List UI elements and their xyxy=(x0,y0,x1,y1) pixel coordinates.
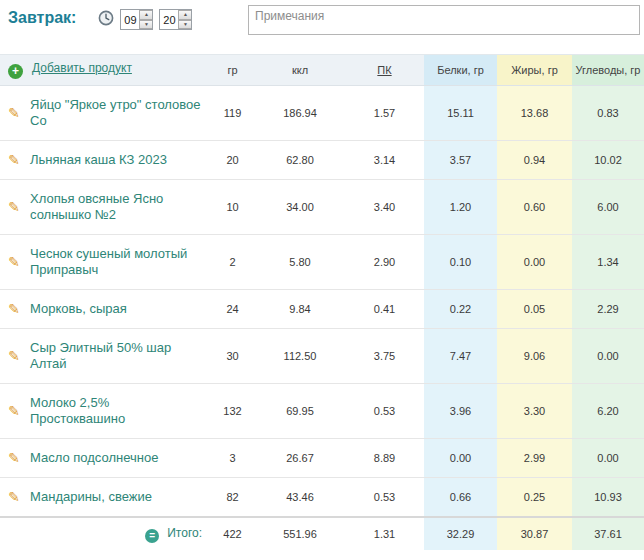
column-header-carbs: Углеводы, гр xyxy=(572,55,644,86)
product-name-link[interactable]: Хлопья овсяные Ясно солнышко №2 xyxy=(30,191,163,222)
products-table: + Добавить продукт гр ккл ПК Белки, гр Ж… xyxy=(0,54,644,550)
protein-cell: 0.00 xyxy=(424,439,497,478)
minute-up-button[interactable]: ▲ xyxy=(178,10,191,20)
product-row: ✎Яйцо "Яркое утро" столовое Со119186.941… xyxy=(0,86,644,141)
hour-spinner: ▲ ▼ xyxy=(120,9,153,30)
kcal-cell: 62.80 xyxy=(255,141,345,180)
product-name-link[interactable]: Масло подсолнечное xyxy=(30,450,158,465)
carbs-cell: 1.34 xyxy=(572,235,644,290)
carbs-cell: 6.20 xyxy=(572,384,644,439)
grams-cell: 2 xyxy=(210,235,255,290)
fat-cell: 0.05 xyxy=(497,290,572,329)
product-name-link[interactable]: Яйцо "Яркое утро" столовое Со xyxy=(30,97,201,128)
column-header-protein: Белки, гр xyxy=(424,55,497,86)
total-kcal: 551.96 xyxy=(255,517,345,550)
edit-product-icon[interactable]: ✎ xyxy=(8,348,20,364)
edit-product-icon[interactable]: ✎ xyxy=(8,403,20,419)
grams-cell: 119 xyxy=(210,86,255,141)
minute-down-button[interactable]: ▼ xyxy=(178,20,191,30)
carbs-cell: 6.00 xyxy=(572,180,644,235)
edit-product-icon[interactable]: ✎ xyxy=(8,152,20,168)
hour-input[interactable] xyxy=(121,10,139,29)
protein-cell: 7.47 xyxy=(424,329,497,384)
product-row: ✎Льняная каша КЗ 20232062.803.143.570.94… xyxy=(0,141,644,180)
carbs-cell: 0.83 xyxy=(572,86,644,141)
fat-cell: 0.25 xyxy=(497,478,572,518)
pk-cell: 0.53 xyxy=(345,384,424,439)
hour-spinner-buttons: ▲ ▼ xyxy=(139,10,152,29)
minute-input[interactable] xyxy=(160,10,178,29)
column-header-grams: гр xyxy=(210,55,255,86)
meal-title: Завтрак: xyxy=(8,9,76,27)
product-name-link[interactable]: Молоко 2,5% Простоквашино xyxy=(30,395,125,426)
grams-cell: 20 xyxy=(210,141,255,180)
fat-cell: 9.06 xyxy=(497,329,572,384)
pk-cell: 3.14 xyxy=(345,141,424,180)
clock-icon xyxy=(98,10,114,26)
hour-down-button[interactable]: ▼ xyxy=(139,20,152,30)
protein-cell: 1.20 xyxy=(424,180,497,235)
add-product-link[interactable]: Добавить продукт xyxy=(32,61,132,75)
kcal-cell: 34.00 xyxy=(255,180,345,235)
carbs-cell: 10.02 xyxy=(572,141,644,180)
fat-cell: 0.94 xyxy=(497,141,572,180)
kcal-cell: 9.84 xyxy=(255,290,345,329)
grams-cell: 24 xyxy=(210,290,255,329)
product-name-link[interactable]: Морковь, сырая xyxy=(30,301,127,316)
fat-cell: 2.99 xyxy=(497,439,572,478)
add-product-icon[interactable]: + xyxy=(8,64,23,79)
edit-product-icon[interactable]: ✎ xyxy=(8,105,20,121)
grams-cell: 30 xyxy=(210,329,255,384)
carbs-cell: 10.93 xyxy=(572,478,644,518)
carbs-cell: 0.00 xyxy=(572,329,644,384)
grams-cell: 10 xyxy=(210,180,255,235)
product-row: ✎Морковь, сырая249.840.410.220.052.29 xyxy=(0,290,644,329)
notes-input[interactable] xyxy=(248,5,640,35)
fat-cell: 0.60 xyxy=(497,180,572,235)
kcal-cell: 69.95 xyxy=(255,384,345,439)
pk-cell: 8.89 xyxy=(345,439,424,478)
column-header-fat: Жиры, гр xyxy=(497,55,572,86)
edit-product-icon[interactable]: ✎ xyxy=(8,489,20,505)
pk-cell: 3.40 xyxy=(345,180,424,235)
product-row: ✎Масло подсолнечное326.678.890.002.990.0… xyxy=(0,439,644,478)
total-row: = Итого: 422 551.96 1.31 32.29 30.87 37.… xyxy=(0,517,644,550)
product-name-link[interactable]: Льняная каша КЗ 2023 xyxy=(30,152,167,167)
protein-cell: 0.10 xyxy=(424,235,497,290)
protein-cell: 3.96 xyxy=(424,384,497,439)
column-header-pk[interactable]: ПК xyxy=(345,55,424,86)
kcal-cell: 186.94 xyxy=(255,86,345,141)
kcal-cell: 26.67 xyxy=(255,439,345,478)
pk-cell: 0.53 xyxy=(345,478,424,518)
grams-cell: 3 xyxy=(210,439,255,478)
protein-cell: 0.22 xyxy=(424,290,497,329)
product-row: ✎Молоко 2,5% Простоквашино13269.950.533.… xyxy=(0,384,644,439)
pk-cell: 2.90 xyxy=(345,235,424,290)
protein-cell: 15.11 xyxy=(424,86,497,141)
fat-cell: 0.00 xyxy=(497,235,572,290)
product-row: ✎Мандарины, свежие8243.460.530.660.2510.… xyxy=(0,478,644,518)
edit-product-icon[interactable]: ✎ xyxy=(8,254,20,270)
minute-spinner-buttons: ▲ ▼ xyxy=(178,10,191,29)
fat-cell: 13.68 xyxy=(497,86,572,141)
protein-cell: 3.57 xyxy=(424,141,497,180)
product-name-link[interactable]: Чеснок сушеный молотый Приправыч xyxy=(30,246,187,277)
fat-cell: 3.30 xyxy=(497,384,572,439)
edit-product-icon[interactable]: ✎ xyxy=(8,199,20,215)
product-name-link[interactable]: Сыр Элитный 50% шар Алтай xyxy=(30,340,171,371)
total-icon: = xyxy=(145,529,159,543)
edit-product-icon[interactable]: ✎ xyxy=(8,450,20,466)
product-row: ✎Хлопья овсяные Ясно солнышко №21034.003… xyxy=(0,180,644,235)
product-name-link[interactable]: Мандарины, свежие xyxy=(30,489,152,504)
kcal-cell: 43.46 xyxy=(255,478,345,518)
grams-cell: 132 xyxy=(210,384,255,439)
kcal-cell: 5.80 xyxy=(255,235,345,290)
hour-up-button[interactable]: ▲ xyxy=(139,10,152,20)
minute-spinner: ▲ ▼ xyxy=(159,9,192,30)
pk-cell: 0.41 xyxy=(345,290,424,329)
protein-cell: 0.66 xyxy=(424,478,497,518)
pk-cell: 3.75 xyxy=(345,329,424,384)
table-header-row: + Добавить продукт гр ккл ПК Белки, гр Ж… xyxy=(0,55,644,86)
edit-product-icon[interactable]: ✎ xyxy=(8,301,20,317)
total-fat: 30.87 xyxy=(497,517,572,550)
